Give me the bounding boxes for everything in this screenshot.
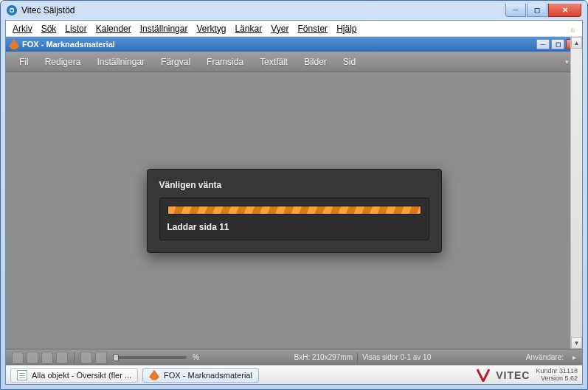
scroll-track[interactable] [571, 49, 582, 337]
fox-title: FOX - Marknadsmaterial [22, 40, 115, 49]
wait-dialog: Vänligen vänta Laddar sida 11 [147, 169, 442, 253]
tool-icon-4[interactable] [56, 352, 68, 363]
divider [357, 352, 358, 363]
version-label: Version 5.62 [536, 375, 578, 383]
taskbar-tab-overview[interactable]: Alla objekt - Översikt (fler ... [10, 368, 138, 383]
titlebar[interactable]: Vitec Säljstöd ─ ◻ ✕ [5, 1, 583, 20]
status-expand-icon[interactable]: ▸ [573, 353, 576, 361]
fox-menu-bilder[interactable]: Bilder [304, 57, 327, 67]
brand-name: VITEC [496, 369, 530, 381]
tool-icon-2[interactable] [27, 352, 38, 363]
window-title: Vitec Säljstöd [21, 5, 75, 15]
progress-fill [168, 206, 421, 214]
app-icon [7, 5, 17, 15]
taskbar-tab-label: FOX - Marknadsmaterial [164, 371, 252, 380]
menu-listor[interactable]: Listor [61, 22, 90, 35]
fox-menu-textfalt[interactable]: Textfält [260, 57, 288, 67]
tool-icon-3[interactable] [41, 352, 53, 363]
zoom-in-icon[interactable] [80, 352, 92, 363]
fox-titlebar[interactable]: FOX - Marknadsmaterial ─ ◻ ✕ [6, 37, 582, 52]
fox-menu-fil[interactable]: Fil [19, 57, 29, 67]
notebook-icon[interactable] [567, 23, 579, 35]
fox-menu-redigera[interactable]: Redigera [45, 57, 81, 67]
zoom-out-icon[interactable] [95, 352, 107, 363]
progress-bar [167, 206, 421, 215]
brand-area: VITEC Kundnr 31118 Version 5.62 [477, 368, 578, 383]
mdi-area: FOX - Marknadsmaterial ─ ◻ ✕ Fil Rediger… [6, 37, 582, 365]
fox-icon [9, 39, 19, 49]
window-buttons: ─ ◻ ✕ [505, 4, 581, 17]
menu-kalender[interactable]: Kalender [92, 22, 135, 35]
svg-point-1 [10, 9, 13, 12]
brand-logo-icon [477, 369, 490, 382]
menu-lankar[interactable]: Länkar [232, 22, 266, 35]
fox-toolbar-dropdown-icon[interactable]: ▾ [565, 58, 569, 66]
fox-icon [149, 370, 159, 380]
fox-statusbar: % BxH: 210x297mm Visas sidor 0-1 av 10 A… [6, 349, 582, 365]
fox-menu-framsida[interactable]: Framsida [207, 57, 243, 67]
taskbar: Alla objekt - Översikt (fler ... FOX - M… [6, 365, 582, 384]
svg-rect-3 [572, 28, 573, 32]
taskbar-tab-label: Alla objekt - Översikt (fler ... [32, 371, 131, 380]
fox-toolbar: Fil Redigera Inställningar Färgval Frams… [6, 52, 582, 72]
menu-sok[interactable]: Sök [38, 22, 60, 35]
zoom-percent-label: % [193, 353, 199, 361]
app-window: Vitec Säljstöd ─ ◻ ✕ Arkiv Sök Listor Ka… [0, 0, 588, 390]
brand-meta: Kundnr 31118 Version 5.62 [536, 368, 578, 383]
menu-verktyg[interactable]: Verktyg [193, 22, 229, 35]
minimize-button[interactable]: ─ [505, 4, 526, 17]
scroll-up-icon[interactable]: ▲ [571, 37, 582, 49]
taskbar-tab-fox[interactable]: FOX - Marknadsmaterial [142, 368, 259, 383]
vertical-scrollbar[interactable]: ▲ ▼ [570, 37, 582, 349]
zoom-slider-handle[interactable] [113, 354, 119, 361]
menubar: Arkiv Sök Listor Kalender Inställningar … [6, 21, 582, 37]
menu-installningar[interactable]: Inställningar [136, 22, 192, 35]
wait-dialog-header: Vänligen vänta [159, 180, 429, 190]
user-label: Användare: [526, 353, 564, 361]
fox-minimize-button[interactable]: ─ [536, 39, 550, 49]
scroll-down-icon[interactable]: ▼ [571, 337, 582, 349]
menu-hjalp[interactable]: Hjälp [333, 22, 360, 35]
menu-arkiv[interactable]: Arkiv [9, 22, 36, 35]
fox-menu-fargval[interactable]: Färgval [161, 57, 190, 67]
client-area: Arkiv Sök Listor Kalender Inställningar … [5, 20, 583, 385]
fox-menu-sid[interactable]: Sid [343, 57, 356, 67]
maximize-button[interactable]: ◻ [527, 4, 547, 17]
wait-dialog-message: Laddar sida 11 [167, 222, 421, 232]
fox-window: FOX - Marknadsmaterial ─ ◻ ✕ Fil Rediger… [6, 37, 582, 365]
tool-icon-1[interactable] [12, 352, 24, 363]
menu-fonster[interactable]: Fönster [294, 22, 331, 35]
fox-maximize-button[interactable]: ◻ [551, 39, 564, 49]
page-dimensions: BxH: 210x297mm [294, 353, 353, 361]
divider [74, 352, 75, 363]
page-range: Visas sidor 0-1 av 10 [362, 353, 431, 361]
fox-zoom-tools [80, 352, 107, 363]
fox-menu-installningar[interactable]: Inställningar [97, 57, 145, 67]
zoom-slider[interactable] [113, 356, 187, 359]
fox-status-tools [12, 352, 68, 363]
fox-body: Vänligen vänta Laddar sida 11 [6, 72, 582, 349]
menu-vyer[interactable]: Vyer [267, 22, 292, 35]
close-button[interactable]: ✕ [548, 4, 581, 17]
document-icon [17, 370, 27, 380]
